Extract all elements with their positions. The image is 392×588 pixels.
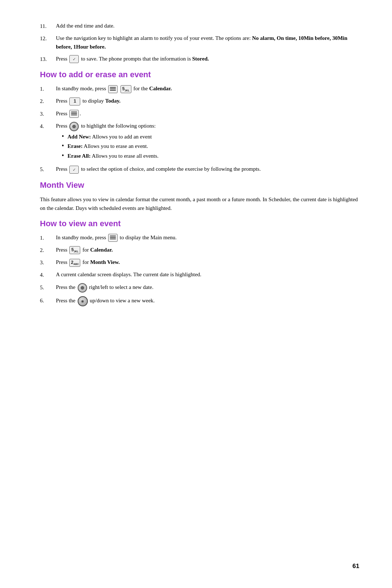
add-erase-section: How to add or erase an event 1. In stand…: [40, 70, 359, 174]
item-num-4: 4.: [40, 122, 56, 131]
item-content-4: Press to highlight the following options…: [56, 122, 359, 162]
add-erase-item-4: 4. Press to highlight the following opti…: [40, 122, 359, 162]
item-num-2: 2.: [40, 97, 56, 105]
item-num-3: 3.: [40, 109, 56, 118]
list-item-11: 11. Add the end time and date.: [40, 22, 359, 30]
save-key-icon-5: ✓: [69, 166, 79, 174]
option-erase-all-text: Erase All: Allows you to erase all event…: [68, 152, 159, 160]
view-list: 1. In standby mode, press to display the…: [40, 233, 359, 306]
key-1-icon: 1: [69, 98, 80, 105]
intro-list: 11. Add the end time and date. 12. Use t…: [40, 22, 359, 63]
view-num-1: 1.: [40, 233, 56, 242]
ok-key-icon-v5: [78, 283, 87, 293]
view-content-3: Press 2ABC for Month View.: [56, 258, 359, 267]
month-view-heading: Month View: [40, 181, 359, 190]
month-view-section: Month View This feature allows you to vi…: [40, 181, 359, 212]
add-erase-list: 1. In standby mode, press 5JKL for the C…: [40, 84, 359, 174]
option-add-new-text: Add New: Allows you to add an event: [68, 133, 152, 141]
add-erase-item-5: 5. Press ✓ to select the option of choic…: [40, 165, 359, 174]
calendar-bold-1: Calendar.: [149, 86, 172, 91]
item-num-1: 1.: [40, 84, 56, 93]
ok-key-icon-4: [69, 122, 79, 131]
menu-key2-icon: [69, 110, 79, 118]
item-content-2: Press 1 to display Today.: [56, 97, 359, 105]
bold-options: No alarm, On time, 10Min before, 30Min b…: [56, 35, 347, 49]
view-num-6: 6.: [40, 296, 56, 305]
view-num-4: 4.: [40, 270, 56, 279]
item-content-11: Add the end time and date.: [56, 22, 359, 30]
item-content-12: Use the navigation key to highlight an a…: [56, 34, 359, 51]
view-content-5: Press the right/left to select a new dat…: [56, 283, 359, 293]
item-content-5: Press ✓ to select the option of choice, …: [56, 165, 359, 174]
view-content-4: A current calendar screen displays. The …: [56, 270, 359, 279]
item-number-11: 11.: [40, 22, 56, 30]
view-item-5: 5. Press the right/left to select a new …: [40, 283, 359, 293]
add-erase-item-3: 3. Press .: [40, 109, 359, 118]
menu-key-icon: [108, 85, 118, 93]
option-erase-text: Erase: Allows you to erase an event.: [68, 142, 148, 150]
list-item-12: 12. Use the navigation key to highlight …: [40, 34, 359, 51]
key-5jkl-icon: 5JKL: [121, 85, 131, 93]
item-content-3: Press .: [56, 109, 359, 118]
add-erase-item-1: 1. In standby mode, press 5JKL for the C…: [40, 84, 359, 93]
how-to-view-heading: How to view an event: [40, 219, 359, 228]
page-number: 61: [352, 563, 359, 570]
item-content-13: Press ✓ to save. The phone prompts that …: [56, 55, 359, 63]
today-bold: Today.: [105, 98, 121, 104]
options-list: • Add New: Allows you to add an event • …: [62, 133, 359, 160]
view-item-1: 1. In standby mode, press to display the…: [40, 233, 359, 242]
save-key-icon: ✓: [69, 55, 79, 63]
view-item-3: 3. Press 2ABC for Month View.: [40, 258, 359, 267]
view-item-4: 4. A current calendar screen displays. T…: [40, 270, 359, 279]
view-item-6: 6. Press the up/down to view a new week.: [40, 296, 359, 306]
month-view-body: This feature allows you to view in calen…: [40, 195, 359, 212]
add-erase-item-2: 2. Press 1 to display Today.: [40, 97, 359, 105]
bullet-1: •: [62, 133, 68, 141]
month-view-bold: Month View.: [90, 259, 120, 265]
list-item-13: 13. Press ✓ to save. The phone prompts t…: [40, 55, 359, 63]
view-item-2: 2. Press 5JKL for Calendar.: [40, 246, 359, 254]
view-num-5: 5.: [40, 283, 56, 292]
how-to-view-section: How to view an event 1. In standby mode,…: [40, 219, 359, 306]
bullet-3: •: [62, 152, 68, 160]
view-content-6: Press the up/down to view a new week.: [56, 296, 359, 306]
item-num-5: 5.: [40, 165, 56, 174]
nav-key-icon-v6: [78, 296, 88, 306]
key-2abc-icon: 2ABC: [69, 259, 80, 267]
menu-key-icon-v1: [108, 234, 118, 242]
bullet-2: •: [62, 142, 68, 150]
option-add-new: • Add New: Allows you to add an event: [62, 133, 359, 141]
option-erase: • Erase: Allows you to erase an event.: [62, 142, 359, 150]
item-content-1: In standby mode, press 5JKL for the Cale…: [56, 84, 359, 93]
add-erase-heading: How to add or erase an event: [40, 70, 359, 79]
intro-section: 11. Add the end time and date. 12. Use t…: [40, 22, 359, 63]
view-content-2: Press 5JKL for Calendar.: [56, 246, 359, 254]
item-number-13: 13.: [40, 55, 56, 63]
item-number-12: 12.: [40, 34, 56, 43]
calendar-bold-v2: Calendar.: [90, 247, 113, 253]
view-num-3: 3.: [40, 258, 56, 267]
option-erase-all: • Erase All: Allows you to erase all eve…: [62, 152, 359, 160]
stored-text: Stored.: [192, 56, 209, 62]
key-5jkl-v2-icon: 5JKL: [69, 246, 80, 254]
view-content-1: In standby mode, press to display the Ma…: [56, 233, 359, 242]
view-num-2: 2.: [40, 246, 56, 254]
